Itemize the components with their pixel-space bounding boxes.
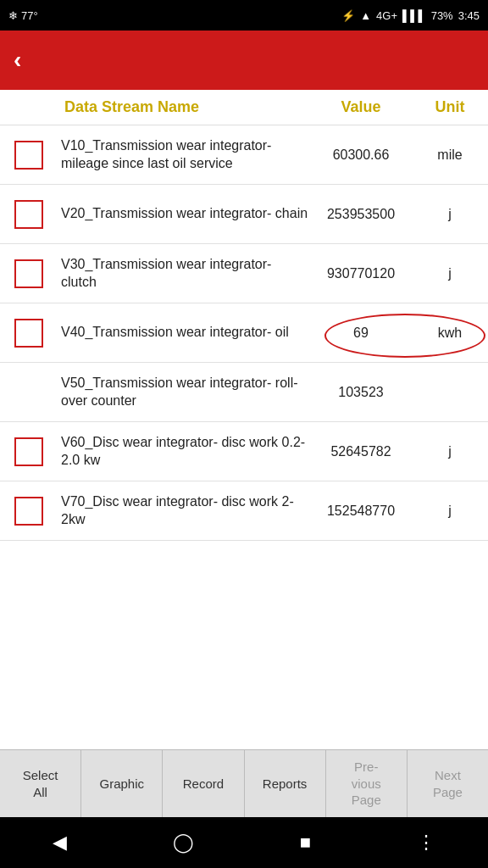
table-row: V30_Transmission wear integrator- clutch… xyxy=(0,244,488,303)
row-value-v50: 103523 xyxy=(310,385,412,400)
row-name-v70: V70_Disc wear integrator- disc work 2- 2… xyxy=(58,493,310,529)
row-checkbox-v70[interactable] xyxy=(14,497,43,526)
bottom-toolbar: SelectAll Graphic Record Reports Pre-vio… xyxy=(0,749,488,817)
temperature-label: 77° xyxy=(21,9,38,22)
row-name-v40: V40_Transmission wear integrator- oil xyxy=(58,324,310,342)
row-value-v10: 60300.66 xyxy=(310,147,412,163)
column-headers: Data Stream Name Value Unit xyxy=(0,90,488,125)
row-value-v20: 253953500 xyxy=(310,207,412,222)
table-row: V10_Transmission wear integrator- mileag… xyxy=(0,125,488,185)
back-button[interactable]: ‹ xyxy=(14,47,21,74)
row-unit-v70: j xyxy=(412,504,488,519)
col-name-header: Data Stream Name xyxy=(58,98,310,116)
row-unit-v60: j xyxy=(412,444,488,459)
graphic-button[interactable]: Graphic xyxy=(81,750,163,817)
signal-icon: ▌▌▌ xyxy=(402,9,426,22)
table-row: V50_Transmission wear integrator- roll- … xyxy=(0,363,488,422)
checkbox-area xyxy=(0,319,58,348)
row-unit-v30: j xyxy=(412,266,488,281)
row-checkbox-v60[interactable] xyxy=(14,437,43,466)
time-label: 3:45 xyxy=(458,9,480,22)
row-unit-v10: mile xyxy=(412,147,488,163)
menu-nav-icon[interactable]: ⋮ xyxy=(417,832,435,854)
row-name-v20: V20_Transmission wear integrator- chain xyxy=(58,205,310,223)
battery-label: 73% xyxy=(431,9,453,22)
status-left: ❄ 77° xyxy=(8,9,38,22)
checkbox-area xyxy=(0,259,58,288)
row-unit-v20: j xyxy=(412,207,488,222)
row-value-v30: 930770120 xyxy=(310,266,412,281)
row-name-v60: V60_Disc wear integrator- disc work 0.2-… xyxy=(58,434,310,470)
previous-page-button[interactable]: Pre-viousPage xyxy=(326,750,408,817)
row-name-v50: V50_Transmission wear integrator- roll- … xyxy=(58,375,310,410)
highlighted-value: 69 xyxy=(353,326,369,341)
table-row: V70_Disc wear integrator- disc work 2- 2… xyxy=(0,481,488,541)
row-value-v70: 152548770 xyxy=(310,504,412,519)
bluetooth-icon: ⚡ xyxy=(341,9,355,22)
row-checkbox-v20[interactable] xyxy=(14,200,43,229)
next-page-button[interactable]: NextPage xyxy=(408,750,488,817)
checkbox-area xyxy=(0,200,58,229)
recents-nav-icon[interactable]: ■ xyxy=(300,832,311,854)
row-value-v60: 52645782 xyxy=(310,444,412,459)
select-all-button[interactable]: SelectAll xyxy=(0,750,81,817)
back-nav-icon[interactable]: ◀ xyxy=(53,832,67,854)
checkbox-area xyxy=(0,497,58,526)
network-label: 4G+ xyxy=(376,9,397,22)
checkbox-area xyxy=(0,141,58,170)
reports-button[interactable]: Reports xyxy=(245,750,326,817)
data-list: V10_Transmission wear integrator- mileag… xyxy=(0,125,488,749)
weather-icon: ❄ xyxy=(8,9,18,22)
row-name-v30: V30_Transmission wear integrator- clutch xyxy=(58,256,310,292)
record-button[interactable]: Record xyxy=(163,750,244,817)
table-row: V60_Disc wear integrator- disc work 0.2-… xyxy=(0,422,488,481)
row-name-v10: V10_Transmission wear integrator- mileag… xyxy=(58,137,310,173)
row-checkbox-v30[interactable] xyxy=(14,259,43,288)
status-right: ⚡ ▲ 4G+ ▌▌▌ 73% 3:45 xyxy=(341,9,480,22)
wifi-icon: ▲ xyxy=(360,9,371,22)
row-checkbox-v40[interactable] xyxy=(14,319,43,348)
col-unit-header: Unit xyxy=(412,98,488,116)
table-row: V40_Transmission wear integrator- oil 69… xyxy=(0,303,488,363)
row-value-v40: 69 xyxy=(310,326,412,341)
checkbox-area xyxy=(0,437,58,466)
row-unit-v40: kwh xyxy=(412,326,488,341)
status-bar: ❄ 77° ⚡ ▲ 4G+ ▌▌▌ 73% 3:45 xyxy=(0,0,488,31)
col-value-header: Value xyxy=(310,98,412,116)
table-row: V20_Transmission wear integrator- chain … xyxy=(0,185,488,244)
row-checkbox-v10[interactable] xyxy=(14,141,43,170)
header: ‹ xyxy=(0,31,488,90)
android-nav-bar: ◀ ◯ ■ ⋮ xyxy=(0,817,488,868)
home-nav-icon[interactable]: ◯ xyxy=(173,832,194,854)
